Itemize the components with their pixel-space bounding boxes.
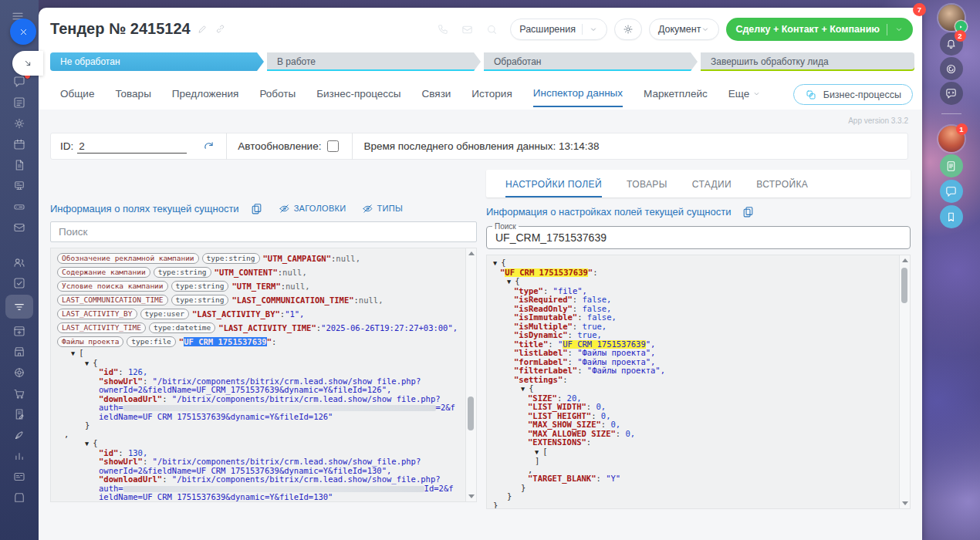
copy-icon[interactable]: [742, 205, 755, 218]
tab-инспектор-данных[interactable]: Инспектор данных: [533, 79, 623, 107]
left-sidebar: [0, 0, 39, 540]
tab-связи[interactable]: Связи: [422, 79, 451, 107]
sidebar-item-drive[interactable]: [5, 196, 33, 217]
scrollbar[interactable]: [465, 248, 476, 501]
mail2-icon[interactable]: [461, 23, 474, 36]
search-icon[interactable]: [485, 23, 498, 36]
phone-icon[interactable]: [436, 23, 449, 36]
fields-panel-title[interactable]: Информация о полях текущей сущности: [50, 203, 239, 214]
rail-divider: [941, 113, 961, 114]
messenger-button[interactable]: [940, 82, 963, 105]
inspector-tab[interactable]: НАСТРОЙКИ ПОЛЕЙ: [505, 170, 602, 197]
divider: [352, 133, 353, 160]
count-badge: 2: [955, 30, 966, 42]
assistant-avatar[interactable]: 1: [938, 126, 965, 152]
sidebar-item-calendar-plus[interactable]: [5, 320, 33, 341]
sidebar-item-feed[interactable]: [5, 92, 33, 113]
settings-json-code: ▼ {"UF_CRM_1751537639":▼ {"type": "file"…: [487, 258, 900, 509]
json-line: "LIST_WIDTH": 0,: [487, 403, 900, 412]
sidebar-item-kiosk[interactable]: [5, 175, 33, 196]
json-line: ,: [51, 430, 466, 440]
sidebar-item-pen[interactable]: [5, 424, 33, 445]
toggle-headers[interactable]: ЗАГОЛОВКИ: [279, 203, 346, 214]
sidebar-item-cart[interactable]: [5, 383, 33, 403]
tab-роботы[interactable]: Роботы: [259, 79, 296, 107]
sidebar-item-target[interactable]: [5, 362, 33, 383]
tab-общие[interactable]: Общие: [60, 79, 94, 107]
sidebar-item-crm[interactable]: [5, 295, 33, 319]
scroll-down-arrow[interactable]: [466, 491, 476, 501]
sidebar-item-people[interactable]: [5, 251, 33, 272]
tab-еще[interactable]: Еще: [728, 79, 761, 107]
user-avatar[interactable]: [938, 5, 965, 31]
json-line: "settings":: [487, 376, 900, 385]
chat-icon: [945, 185, 958, 198]
json-line: "isRequired": false,: [487, 295, 900, 305]
json-line: }: [51, 502, 466, 503]
settings-panel-title[interactable]: Информация о настройках полей текущей су…: [486, 206, 731, 218]
tab-маркетплейс[interactable]: Маркетплейс: [644, 79, 708, 107]
scrollbar-thumb[interactable]: [468, 397, 474, 430]
business-process-button[interactable]: Бизнес-процессы: [793, 84, 913, 105]
sidebar-item-card[interactable]: [5, 466, 33, 487]
settings-button[interactable]: [614, 19, 642, 40]
sidebar-item-calendar[interactable]: [5, 133, 33, 154]
inspector-tab[interactable]: ВСТРОЙКА: [756, 170, 808, 196]
sidebar-item-store2[interactable]: [5, 487, 33, 508]
inspector-tab[interactable]: ТОВАРЫ: [627, 170, 667, 196]
create-entity-button[interactable]: Сделку + Контакт + Компанию: [726, 18, 913, 41]
settings-search-input[interactable]: [487, 231, 901, 248]
copy-link-icon[interactable]: [215, 23, 226, 35]
sidebar-item-mail[interactable]: [5, 217, 33, 238]
chats-button[interactable]: [940, 180, 963, 203]
json-line: "id": 130,: [51, 449, 466, 458]
chevron-down-icon: [701, 25, 710, 34]
stage-2[interactable]: В работе: [267, 52, 481, 71]
sidebar-item-tasks[interactable]: [5, 272, 33, 293]
bookmarks-button[interactable]: [940, 205, 963, 228]
collapse-handle[interactable]: [12, 51, 43, 76]
refresh-icon[interactable]: [202, 140, 215, 153]
settings-search-field: Поиск: [486, 222, 911, 249]
fields-search-input[interactable]: [50, 221, 477, 242]
json-line: "downloadUrl": "/bitrix/components/bitri…: [51, 475, 466, 484]
tab-история[interactable]: История: [471, 79, 512, 107]
sidebar-item-document[interactable]: [5, 154, 33, 175]
field-row: Содержание кампанииtype:string"UTM_CONTE…: [51, 265, 466, 279]
inspector-tab[interactable]: СТАДИИ: [692, 170, 732, 196]
tab-товары[interactable]: Товары: [115, 79, 150, 107]
edit-title-icon[interactable]: [197, 23, 208, 35]
tab-бизнес-процессы[interactable]: Бизнес-процессы: [316, 79, 400, 107]
scroll-up-arrow[interactable]: [900, 255, 910, 265]
notifications-button[interactable]: 2: [940, 32, 963, 56]
json-line: "LIST_HEIGHT": 0,: [487, 412, 900, 421]
news-button[interactable]: [940, 154, 963, 177]
document-button[interactable]: Документ: [649, 19, 719, 40]
stage-4[interactable]: Завершить обработку лида: [701, 52, 914, 71]
chevron-down-icon: [589, 25, 598, 34]
chat-arrows-icon: [945, 87, 958, 100]
sidebar-item-doc-edit[interactable]: [5, 403, 33, 424]
toggle-types[interactable]: ТИПЫ: [362, 203, 403, 214]
json-line: auth=Id=2&f: [51, 484, 466, 494]
id-input[interactable]: [77, 140, 187, 154]
scrollbar-thumb[interactable]: [901, 268, 907, 303]
scroll-up-arrow[interactable]: [466, 248, 476, 258]
sidebar-item-gear[interactable]: [5, 113, 33, 133]
scroll-down-arrow[interactable]: [900, 498, 910, 508]
inspector-tabs-card: НАСТРОЙКИ ПОЛЕЙТОВАРЫСТАДИИВСТРОЙКА: [486, 170, 911, 197]
tab-предложения[interactable]: Предложения: [172, 79, 239, 107]
json-line: "listLabel": "Файлы проекта",: [487, 349, 900, 358]
field-row: LAST_ACTIVITY_BYtype:user"LAST_ACTIVITY_…: [51, 307, 466, 321]
stage-3[interactable]: Обработан: [484, 52, 698, 71]
extensions-button[interactable]: Расширения: [510, 19, 607, 40]
sidebar-item-store[interactable]: [5, 341, 33, 362]
close-button[interactable]: [10, 19, 36, 45]
sidebar-item-stats[interactable]: [5, 445, 33, 466]
field-row: Условие поиска кампанииtype:string"UTM_T…: [51, 279, 466, 293]
autorefresh-checkbox[interactable]: [327, 140, 339, 152]
stage-1[interactable]: Не обработан: [50, 52, 264, 71]
scrollbar[interactable]: [899, 255, 910, 508]
copilot-button[interactable]: [940, 57, 963, 80]
copy-icon[interactable]: [250, 202, 263, 215]
